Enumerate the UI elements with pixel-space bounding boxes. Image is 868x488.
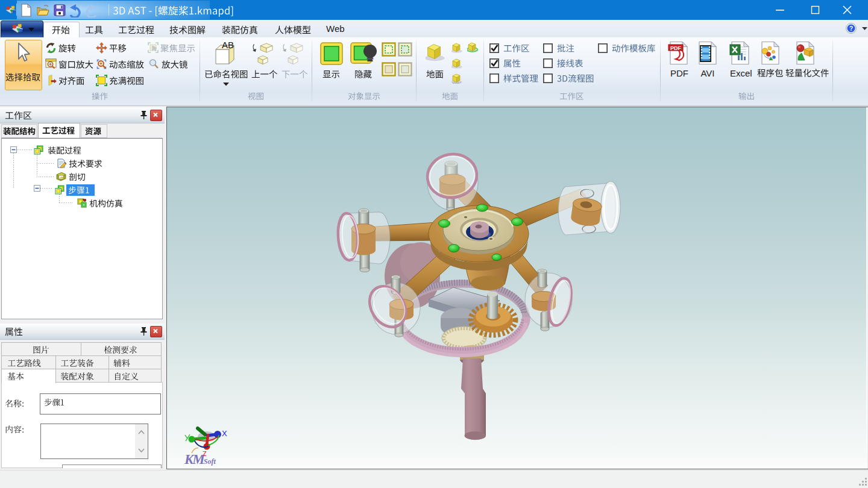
- svg-text:?: ?: [849, 25, 853, 32]
- svg-text:PDF: PDF: [670, 45, 682, 51]
- svg-text:X: X: [222, 429, 227, 438]
- svg-text:AB: AB: [222, 41, 234, 50]
